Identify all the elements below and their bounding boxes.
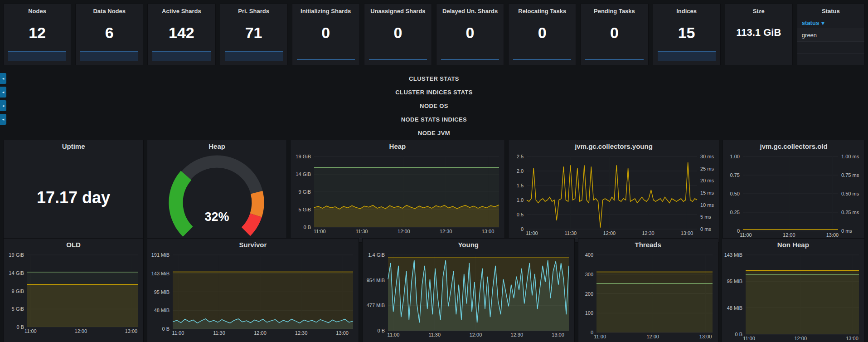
sparkline [297,59,355,60]
gc-young-chart[interactable]: 00.51.01.52.02.50 ms5 ms10 ms15 ms20 ms2… [509,153,719,242]
panel-title[interactable]: Initializing Shards [292,4,359,15]
panel-title[interactable]: Pending Tasks [581,4,648,15]
panel-title[interactable]: Heap [291,140,504,153]
stat-panel-indices: Indices15 [653,4,721,65]
stat-value: 113.1 GiB [725,18,792,48]
sparkline [513,59,571,60]
svg-text:9 GiB: 9 GiB [11,288,24,294]
svg-text:14 GiB: 14 GiB [9,270,24,276]
svg-text:11:00: 11:00 [743,336,755,341]
svg-text:12:00: 12:00 [794,336,807,341]
svg-text:0 B: 0 B [162,326,170,332]
panel-gc-old: jvm.gc.collectors.old 00.250.500.751.000… [723,140,865,243]
panel-title[interactable]: Relocating Tasks [509,4,576,15]
row-expand-tab[interactable]: ◂ [0,114,6,125]
svg-text:9 GiB: 9 GiB [299,189,311,195]
heap-chart[interactable]: 0 B5 GiB9 GiB14 GiB19 GiB11:0011:3012:00… [291,153,504,242]
svg-text:13:00: 13:00 [846,336,858,341]
gc-old-chart[interactable]: 00.250.500.751.000 ms0.25 ms0.50 ms0.75 … [723,153,864,242]
panel-title[interactable]: Status [797,4,864,15]
status-value-cell: green [797,29,864,42]
panel-title[interactable]: Delayed Un. Shards [436,4,504,15]
stat-value: 0 [364,18,432,48]
svg-text:5 ms: 5 ms [700,214,711,220]
panel-title[interactable]: Active Shards [148,4,215,15]
svg-text:12:00: 12:00 [254,330,267,336]
status-column-header[interactable]: status ▾ [797,17,864,29]
panel-row-1: Uptime 17.17 day Heap 32% Heap 0 B5 GiB9… [0,140,868,235]
panel-young-gen: Young 0 B477 MiB954 MiB1.4 GiB11:0011:30… [362,238,575,342]
svg-text:1.4 GiB: 1.4 GiB [368,252,385,258]
svg-text:143 MiB: 143 MiB [151,271,170,276]
svg-text:300: 300 [585,272,593,277]
row-label[interactable]: CLUSTER INDICES STATS [395,89,472,96]
panel-title[interactable]: OLD [4,239,143,251]
svg-text:0.25 ms: 0.25 ms [841,210,859,215]
sparkline [441,59,499,60]
row-label[interactable]: CLUSTER STATS [409,75,459,82]
svg-text:11:00: 11:00 [172,330,184,336]
svg-text:11:00: 11:00 [387,332,399,337]
svg-text:2.5: 2.5 [516,154,523,159]
threads-chart[interactable]: 010020030040011:0012:0013:00 [578,251,718,342]
panel-title[interactable]: jvm.gc.collectors.young [509,140,719,153]
stat-value: 142 [148,18,215,48]
stat-panel-nodes: Nodes12 [3,4,71,65]
svg-text:0: 0 [521,226,524,232]
panel-title[interactable]: Indices [653,4,720,15]
svg-text:12:30: 12:30 [440,229,452,234]
svg-text:12:30: 12:30 [295,330,308,336]
svg-text:13:00: 13:00 [680,230,693,236]
old-gen-chart[interactable]: 0 B5 GiB9 GiB14 GiB19 GiB11:0012:0013:00 [4,251,143,342]
row-header-node-stats-indices[interactable]: ◂NODE STATS INDICES [0,112,868,126]
survivor-chart[interactable]: 0 B48 MiB95 MiB143 MiB191 MiB11:0011:301… [147,251,359,342]
row-label[interactable]: NODE OS [420,103,448,109]
svg-text:0 B: 0 B [16,324,24,330]
svg-text:12:00: 12:00 [783,232,795,238]
status-column-label: status [802,20,819,26]
stat-panel-size: Size113.1 GiB [725,4,793,65]
svg-text:0: 0 [591,330,593,335]
panel-title[interactable]: Unassigned Shards [364,4,432,15]
panel-title[interactable]: Heap [147,140,286,153]
panel-title[interactable]: jvm.gc.collectors.old [723,140,864,153]
svg-text:191 MiB: 191 MiB [151,252,170,258]
svg-text:19 GiB: 19 GiB [9,252,24,258]
stat-value: 12 [4,18,71,48]
row-header-node-jvm[interactable]: NODE JVM [0,126,868,140]
panel-heap-chart: Heap 0 B5 GiB9 GiB14 GiB19 GiB11:0011:30… [290,140,505,243]
svg-text:15 ms: 15 ms [700,190,714,195]
row-header-cluster-stats[interactable]: ◂CLUSTER STATS [0,72,868,85]
panel-title[interactable]: Data Nodes [76,4,143,15]
svg-text:12:00: 12:00 [470,332,482,337]
young-gen-chart[interactable]: 0 B477 MiB954 MiB1.4 GiB11:0011:3012:001… [363,251,574,342]
svg-text:11:30: 11:30 [564,230,577,236]
svg-text:11:00: 11:00 [594,334,606,339]
row-label[interactable]: NODE JVM [418,130,450,137]
row-expand-tab[interactable]: ◂ [0,100,6,111]
svg-text:13:00: 13:00 [482,229,495,234]
stat-panel-delayed-un-shards: Delayed Un. Shards0 [436,4,504,65]
panel-old-gen: OLD 0 B5 GiB9 GiB14 GiB19 GiB11:0012:001… [3,238,144,342]
sparkline [658,51,716,61]
svg-text:11:00: 11:00 [314,229,326,234]
row-header-cluster-indices-stats[interactable]: ◂CLUSTER INDICES STATS [0,85,868,99]
nonheap-chart[interactable]: 0 B48 MiB95 MiB143 MiB11:0012:0013:00 [722,251,864,342]
row-expand-tab[interactable]: ◂ [0,73,6,84]
panel-gc-young: jvm.gc.collectors.young 00.51.01.52.02.5… [508,140,719,243]
svg-text:12:00: 12:00 [398,229,410,234]
panel-title[interactable]: Size [725,4,792,15]
panel-title[interactable]: Nodes [4,4,71,15]
svg-text:477 MiB: 477 MiB [366,303,384,308]
svg-text:12:00: 12:00 [75,328,87,334]
panel-title[interactable]: Uptime [4,140,143,153]
svg-text:11:00: 11:00 [526,230,538,236]
svg-text:200: 200 [585,291,593,297]
row-label[interactable]: NODE STATS INDICES [401,116,467,123]
panel-nonheap: Non Heap 0 B48 MiB95 MiB143 MiB11:0012:0… [722,238,865,342]
svg-text:0 ms: 0 ms [700,226,711,232]
row-header-node-os[interactable]: ◂NODE OS [0,99,868,112]
svg-text:1.0: 1.0 [516,197,523,203]
panel-title[interactable]: Pri. Shards [220,4,287,15]
row-expand-tab[interactable]: ◂ [0,87,6,98]
